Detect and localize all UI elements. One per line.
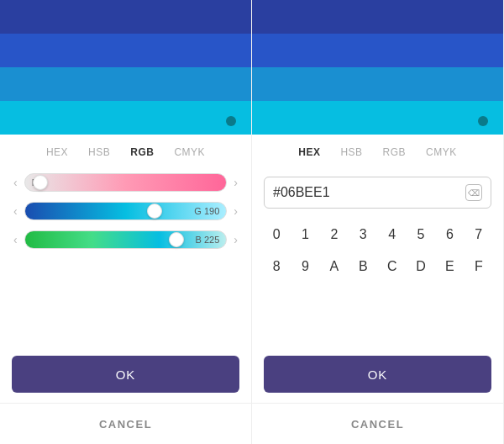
right-controls: HEX HSB RGB CMYK ⌫ 0 1 2 3 4 5 6 7 8 9 A… — [252, 135, 503, 403]
g-thumb[interactable] — [147, 204, 162, 219]
right-dot — [478, 116, 488, 126]
tab-rgb-right[interactable]: RGB — [380, 145, 410, 160]
hex-clear-button[interactable]: ⌫ — [465, 184, 482, 201]
key-1[interactable]: 1 — [292, 220, 318, 249]
r-decrement[interactable]: ‹ — [12, 177, 19, 188]
left-color-swatches — [0, 0, 251, 135]
g-increment[interactable]: › — [232, 205, 239, 217]
right-tabs: HEX HSB RGB CMYK — [264, 145, 491, 160]
b-slider-row: ‹ B 225 › — [12, 230, 239, 249]
key-5[interactable]: 5 — [408, 220, 433, 249]
g-decrement[interactable]: ‹ — [12, 205, 19, 217]
right-swatch-3[interactable] — [252, 67, 503, 101]
b-increment[interactable]: › — [232, 234, 239, 246]
clear-icon: ⌫ — [465, 184, 482, 201]
hex-keypad: 0 1 2 3 4 5 6 7 8 9 A B C D E F — [264, 220, 491, 281]
b-thumb[interactable] — [169, 232, 184, 247]
g-slider[interactable]: G 190 — [24, 202, 228, 220]
tab-cmyk-right[interactable]: CMYK — [423, 145, 460, 160]
r-slider[interactable]: R 6 — [24, 173, 228, 192]
tab-hex-left[interactable]: HEX — [43, 145, 71, 160]
swatch-3[interactable] — [0, 67, 251, 101]
key-6[interactable]: 6 — [437, 220, 462, 249]
left-cancel-bar: CANCEL — [0, 403, 251, 444]
b-decrement[interactable]: ‹ — [12, 234, 19, 246]
tab-hsb-left[interactable]: HSB — [85, 145, 113, 160]
right-color-swatches — [252, 0, 503, 135]
right-swatch-1[interactable] — [252, 0, 503, 34]
left-ok-button[interactable]: OK — [12, 356, 239, 393]
tab-rgb-left[interactable]: RGB — [127, 145, 157, 160]
r-increment[interactable]: › — [232, 177, 239, 188]
left-cancel-button[interactable]: CANCEL — [99, 418, 152, 431]
key-9[interactable]: 9 — [292, 252, 318, 281]
hex-input[interactable] — [273, 185, 465, 200]
right-cancel-bar: CANCEL — [252, 403, 503, 444]
g-label: G 190 — [194, 206, 219, 216]
key-0[interactable]: 0 — [264, 220, 289, 249]
right-cancel-button[interactable]: CANCEL — [351, 418, 404, 431]
key-a[interactable]: A — [322, 252, 347, 281]
left-controls: HEX HSB RGB CMYK ‹ R 6 › ‹ G 190 › ‹ — [0, 135, 251, 403]
left-panel: HEX HSB RGB CMYK ‹ R 6 › ‹ G 190 › ‹ — [0, 0, 252, 444]
swatch-2[interactable] — [0, 34, 251, 67]
tab-cmyk-left[interactable]: CMYK — [171, 145, 208, 160]
key-e[interactable]: E — [437, 252, 462, 281]
key-b[interactable]: B — [350, 252, 375, 281]
hex-input-container: ⌫ — [264, 177, 491, 209]
swatch-4[interactable] — [0, 101, 251, 135]
key-7[interactable]: 7 — [466, 220, 491, 249]
key-8[interactable]: 8 — [264, 252, 289, 281]
right-swatch-4[interactable] — [252, 101, 503, 135]
key-f[interactable]: F — [466, 252, 491, 281]
left-dot — [226, 116, 236, 126]
tab-hsb-right[interactable]: HSB — [337, 145, 365, 160]
right-panel: HEX HSB RGB CMYK ⌫ 0 1 2 3 4 5 6 7 8 9 A… — [252, 0, 504, 444]
swatch-1[interactable] — [0, 0, 251, 34]
key-4[interactable]: 4 — [380, 220, 405, 249]
g-slider-row: ‹ G 190 › — [12, 202, 239, 220]
key-c[interactable]: C — [380, 252, 405, 281]
b-slider[interactable]: B 225 — [24, 230, 228, 249]
tab-hex-right[interactable]: HEX — [295, 145, 323, 160]
r-slider-row: ‹ R 6 › — [12, 173, 239, 192]
key-2[interactable]: 2 — [322, 220, 347, 249]
right-swatch-2[interactable] — [252, 34, 503, 67]
b-label: B 225 — [196, 235, 220, 245]
r-thumb[interactable] — [33, 175, 48, 190]
key-d[interactable]: D — [408, 252, 433, 281]
right-ok-button[interactable]: OK — [264, 356, 491, 393]
key-3[interactable]: 3 — [350, 220, 375, 249]
left-tabs: HEX HSB RGB CMYK — [12, 145, 239, 160]
